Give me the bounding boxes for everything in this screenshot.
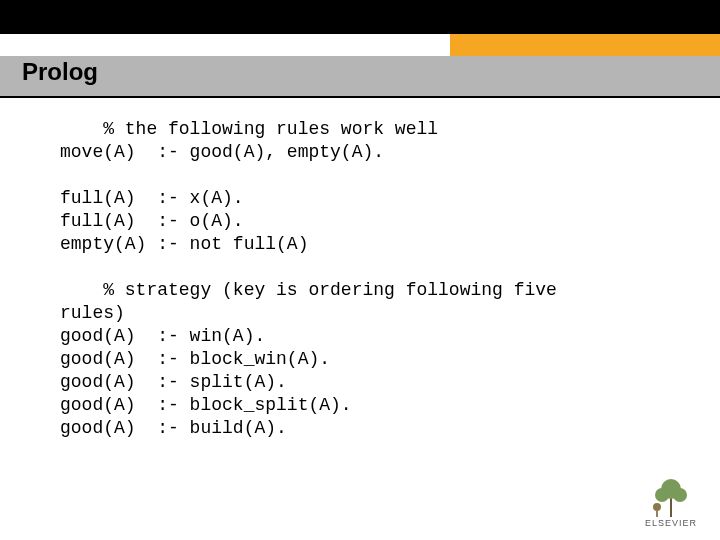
slide-title: Prolog (22, 58, 98, 86)
publisher-logo: ELSEVIER (640, 475, 702, 528)
publisher-name: ELSEVIER (640, 518, 702, 528)
top-black-bar (0, 0, 720, 34)
svg-point-5 (653, 503, 661, 511)
top-orange-bar (450, 34, 720, 56)
title-bottom-line (0, 96, 720, 98)
svg-point-3 (655, 488, 669, 502)
elsevier-tree-icon (648, 475, 694, 517)
prolog-code-block: % the following rules work well move(A) … (60, 118, 680, 440)
title-band (0, 56, 720, 96)
svg-point-4 (673, 488, 687, 502)
